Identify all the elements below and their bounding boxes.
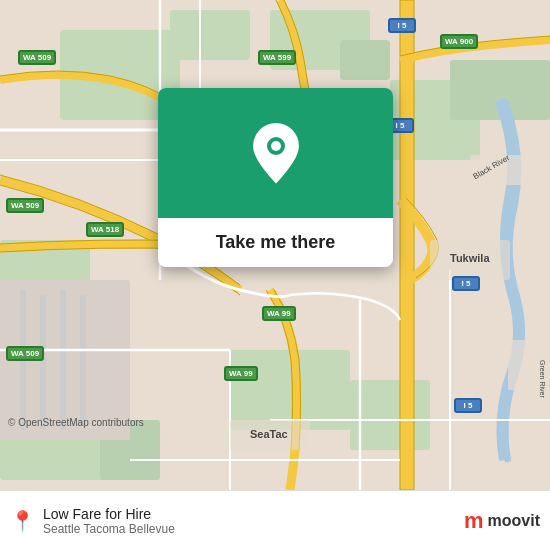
- svg-rect-9: [350, 380, 430, 450]
- location-info: Low Fare for Hire Seattle Tacoma Bellevu…: [43, 506, 456, 536]
- moovit-m-letter: m: [464, 508, 484, 534]
- moovit-logo: m moovit: [464, 508, 540, 534]
- take-me-there-button[interactable]: Take me there: [158, 218, 393, 267]
- shield-i5-top: I 5: [388, 18, 416, 33]
- svg-text:Tukwila: Tukwila: [450, 252, 490, 264]
- map-container: Tukwila SeaTac Black River Green River I…: [0, 0, 550, 490]
- svg-text:SeaTac: SeaTac: [250, 428, 288, 440]
- shield-wa99-top: WA 99: [262, 306, 296, 321]
- svg-rect-2: [170, 10, 250, 60]
- svg-rect-16: [80, 295, 86, 425]
- bottom-bar: 📍 Low Fare for Hire Seattle Tacoma Belle…: [0, 490, 550, 550]
- shield-i5-mid2: I 5: [452, 276, 480, 291]
- location-pin-icon: [250, 122, 302, 184]
- shield-wa599: WA 599: [258, 50, 296, 65]
- popup-card: Take me there: [158, 88, 393, 267]
- svg-rect-15: [60, 290, 66, 430]
- moovit-pin-icon: 📍: [10, 509, 35, 533]
- popup-header: [158, 88, 393, 218]
- location-subtitle: Seattle Tacoma Bellevue: [43, 522, 456, 536]
- location-title: Low Fare for Hire: [43, 506, 456, 522]
- shield-wa509-bot: WA 509: [6, 346, 44, 361]
- shield-wa518-left: WA 518: [86, 222, 124, 237]
- shield-i5-bot: I 5: [454, 398, 482, 413]
- svg-text:Green River: Green River: [539, 360, 546, 398]
- osm-attribution: © OpenStreetMap contributors: [8, 417, 144, 428]
- svg-rect-8: [230, 350, 350, 430]
- svg-rect-4: [340, 40, 390, 80]
- svg-rect-17: [400, 0, 414, 490]
- shield-wa900: WA 900: [440, 34, 478, 49]
- shield-wa99-bot: WA 99: [224, 366, 258, 381]
- shield-wa509-mid: WA 509: [6, 198, 44, 213]
- moovit-text: moovit: [488, 512, 540, 530]
- svg-point-38: [271, 141, 281, 151]
- svg-rect-14: [40, 295, 46, 430]
- shield-wa509-top: WA 509: [18, 50, 56, 65]
